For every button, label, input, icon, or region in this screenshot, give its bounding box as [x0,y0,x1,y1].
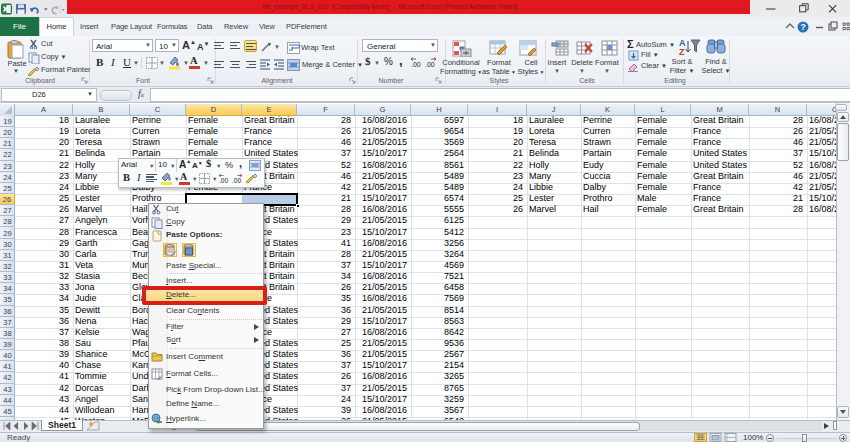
svg-text:Z: Z [679,47,685,56]
svg-text:.00: .00 [232,177,241,184]
svg-text:.00: .00 [411,61,421,68]
svg-text:?: ? [800,22,805,32]
svg-text:.00: .00 [219,177,228,184]
